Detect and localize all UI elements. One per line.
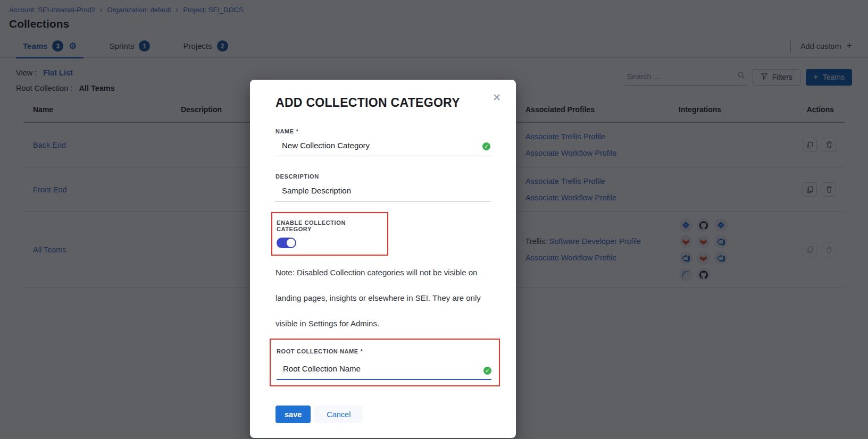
enable-category-highlight-box: ENABLE COLLECTION CATEGORY	[271, 212, 388, 256]
toggle-knob	[287, 239, 295, 247]
root-collection-name-label: ROOT COLLECTION NAME *	[277, 348, 491, 354]
name-input[interactable]	[282, 141, 477, 150]
close-icon[interactable]: ✕	[493, 92, 501, 103]
description-field-label: DESCRIPTION	[276, 173, 490, 180]
description-input[interactable]	[282, 186, 477, 195]
name-field-wrap: ✓	[276, 137, 490, 156]
valid-check-icon: ✓	[483, 367, 491, 375]
root-collection-highlight-box: ROOT COLLECTION NAME * ✓	[270, 339, 500, 386]
root-collection-field-wrap: ✓	[277, 360, 491, 380]
modal-title: ADD COLLECTION CATEGORY	[276, 96, 490, 110]
modal-actions: save Cancel	[276, 406, 490, 423]
disabled-category-note: Note: Disabled Collection categories wil…	[276, 260, 490, 336]
description-field-wrap	[276, 182, 490, 201]
enable-category-label: ENABLE COLLECTION CATEGORY	[277, 220, 382, 232]
save-button[interactable]: save	[276, 406, 311, 423]
cancel-button[interactable]: Cancel	[314, 406, 363, 423]
add-collection-category-modal: ✕ ADD COLLECTION CATEGORY NAME * ✓ DESCR…	[250, 80, 516, 438]
name-field-label: NAME *	[276, 128, 490, 134]
root-collection-input[interactable]	[283, 364, 478, 373]
enable-category-toggle[interactable]	[277, 238, 296, 248]
valid-check-icon: ✓	[482, 142, 490, 150]
